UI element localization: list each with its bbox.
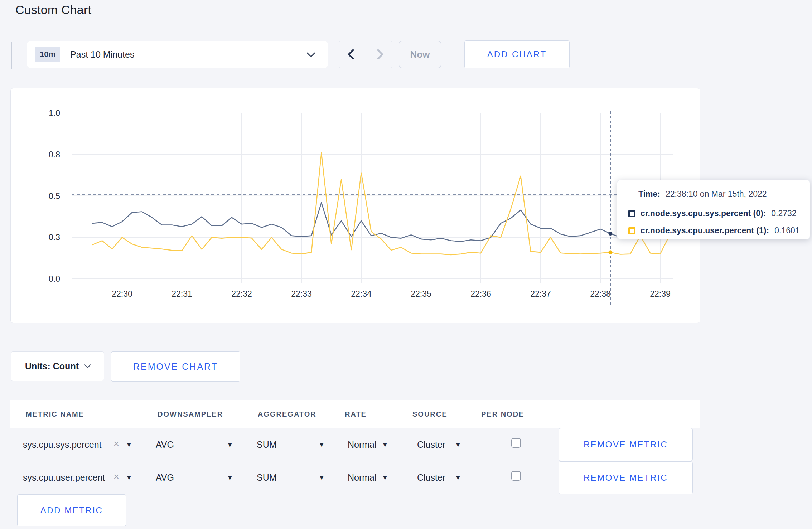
source-select[interactable]: Cluster (417, 440, 445, 450)
line-chart[interactable]: 0.00.30.50.81.022:3022:3122:3222:3322:34… (11, 88, 701, 324)
chevron-down-icon (84, 361, 91, 368)
remove-metric-button[interactable]: REMOVE METRIC (559, 428, 693, 461)
toolbar-divider (11, 42, 12, 69)
caret-down-icon[interactable]: ▾ (320, 440, 324, 449)
rate-select[interactable]: Normal (348, 440, 377, 450)
col-header-aggregator: AGGREGATOR (258, 410, 316, 418)
x-tick-label: 22:38 (590, 289, 611, 299)
chevron-left-icon (348, 49, 359, 60)
metric-name-select[interactable]: sys.cpu.sys.percent (23, 440, 102, 450)
x-tick-label: 22:35 (411, 289, 431, 299)
y-tick-label: 0.5 (49, 191, 60, 201)
x-tick-label: 22:34 (351, 289, 372, 299)
y-tick-label: 0.3 (49, 233, 60, 242)
caret-down-icon[interactable]: ▾ (320, 473, 324, 482)
chart-card: 0.00.30.50.81.022:3022:3122:3222:3322:34… (10, 88, 700, 323)
chevron-down-icon (306, 49, 315, 57)
tooltip-time-row: Time: 22:38:10 on Mar 15th, 2022 (638, 189, 767, 199)
x-tick-label: 22:30 (112, 289, 132, 299)
aggregator-select[interactable]: SUM (257, 472, 277, 483)
series-line (92, 203, 670, 242)
caret-down-icon[interactable]: ▾ (228, 440, 232, 449)
tooltip-series-name: cr.node.sys.cpu.user.percent (1): (641, 226, 769, 236)
tooltip-series-row: cr.node.sys.cpu.sys.percent (0): 0.2732 (628, 209, 797, 218)
time-range-select[interactable]: 10m Past 10 Minutes (27, 41, 328, 68)
chevron-right-icon (372, 49, 383, 60)
tooltip-series-value: 0.2732 (771, 209, 796, 218)
y-tick-label: 0.8 (49, 150, 60, 159)
add-metric-button[interactable]: ADD METRIC (17, 494, 126, 526)
downsampler-select[interactable]: AVG (156, 472, 174, 483)
units-label: Units: Count (25, 361, 79, 372)
x-tick-label: 22:36 (470, 289, 491, 299)
downsampler-select[interactable]: AVG (156, 440, 174, 450)
series-user-swatch-icon (628, 227, 635, 234)
x-tick-label: 22:33 (291, 289, 312, 299)
caret-down-icon[interactable]: ▾ (383, 440, 387, 449)
now-button[interactable]: Now (399, 41, 441, 68)
col-header-metric-name: METRIC NAME (26, 410, 84, 418)
per-node-checkbox[interactable] (511, 438, 521, 448)
rate-select[interactable]: Normal (348, 472, 377, 483)
caret-down-icon[interactable]: ▾ (456, 473, 460, 482)
time-nav-group (338, 41, 393, 68)
col-header-downsampler: DOWNSAMPLER (158, 410, 223, 418)
col-header-rate: RATE (345, 410, 367, 418)
caret-down-icon[interactable]: ▾ (127, 440, 131, 449)
series-sys-swatch-icon (628, 210, 635, 217)
remove-metric-button[interactable]: REMOVE METRIC (559, 461, 693, 494)
col-header-per-node: PER NODE (481, 410, 524, 418)
caret-down-icon[interactable]: ▾ (228, 473, 232, 482)
x-tick-label: 22:32 (231, 289, 252, 299)
y-tick-label: 0.0 (49, 274, 60, 283)
col-header-source: SOURCE (412, 410, 448, 418)
hover-marker (608, 250, 612, 254)
caret-down-icon[interactable]: ▾ (456, 440, 460, 449)
tooltip-time-label: Time: (638, 189, 660, 199)
tooltip-series-name: cr.node.sys.cpu.sys.percent (0): (641, 209, 766, 218)
clear-metric-icon[interactable]: × (113, 471, 119, 482)
prev-time-button[interactable] (338, 41, 366, 68)
remove-chart-button[interactable]: REMOVE CHART (111, 351, 240, 382)
tooltip-series-value: 0.1601 (774, 226, 799, 236)
aggregator-select[interactable]: SUM (257, 440, 277, 450)
tooltip-series-row: cr.node.sys.cpu.user.percent (1): 0.1601 (628, 226, 800, 236)
add-chart-button[interactable]: ADD CHART (464, 40, 570, 68)
time-range-badge: 10m (35, 47, 60, 62)
clear-metric-icon[interactable]: × (113, 438, 119, 450)
y-tick-label: 1.0 (49, 108, 60, 118)
x-tick-label: 22:31 (171, 289, 192, 299)
series-line (92, 153, 670, 255)
hover-marker (608, 232, 612, 236)
caret-down-icon[interactable]: ▾ (127, 473, 131, 482)
chart-tooltip: Time: 22:38:10 on Mar 15th, 2022 cr.node… (617, 180, 810, 239)
source-select[interactable]: Cluster (417, 472, 445, 483)
metric-name-select[interactable]: sys.cpu.user.percent (23, 472, 105, 483)
next-time-button[interactable] (366, 41, 393, 68)
time-range-label: Past 10 Minutes (70, 49, 134, 60)
page-title: Custom Chart (15, 3, 91, 17)
x-tick-label: 22:39 (650, 289, 671, 299)
caret-down-icon[interactable]: ▾ (383, 473, 387, 482)
units-select[interactable]: Units: Count (11, 351, 104, 381)
x-tick-label: 22:37 (530, 289, 551, 299)
per-node-checkbox[interactable] (511, 471, 521, 481)
tooltip-time-value: 22:38:10 on Mar 15th, 2022 (666, 189, 767, 199)
